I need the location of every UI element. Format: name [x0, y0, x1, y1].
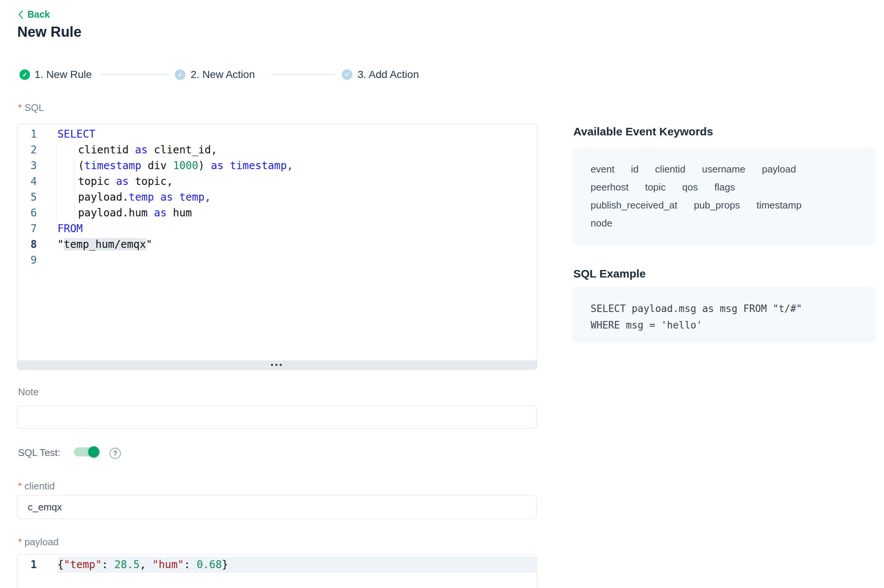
keywords-row: node: [591, 214, 858, 232]
note-input[interactable]: [17, 406, 537, 429]
sql-example-panel: SELECT payload.msg as msg FROM "t/#" WHE…: [573, 287, 876, 343]
code-line: 2clientid as client_id,: [17, 142, 537, 158]
event-keyword: qos: [682, 182, 698, 193]
code-line: 8"temp_hum/emqx": [17, 237, 537, 252]
code-line: 1{"temp": 28.5, "hum": 0.68}: [17, 557, 537, 573]
stepper-connector: [271, 74, 336, 75]
event-keyword: topic: [645, 182, 666, 193]
stepper-connector: [101, 74, 170, 75]
required-mark: *: [18, 536, 22, 548]
line-number: 9: [17, 252, 37, 268]
sql-label: * SQL: [18, 102, 44, 113]
event-keyword: clientid: [655, 164, 686, 175]
sql-example-title: SQL Example: [573, 267, 646, 280]
event-keyword: id: [631, 164, 639, 175]
code-line: 5payload.temp as temp,: [17, 189, 537, 205]
code-line: 1SELECT: [17, 126, 537, 142]
line-number: 8: [17, 237, 37, 252]
sql-code-editor[interactable]: 1SELECT2clientid as client_id,3(timestam…: [17, 124, 537, 370]
event-keyword: flags: [714, 182, 735, 193]
event-keyword: username: [702, 164, 746, 175]
back-chevron-icon: [18, 10, 24, 20]
keywords-row: eventidclientidusernamepayload: [591, 160, 858, 178]
sql-example-line: WHERE msg = 'hello': [591, 317, 858, 333]
note-label: Note: [18, 386, 39, 398]
line-number: 5: [17, 189, 37, 205]
line-number: 3: [17, 158, 37, 174]
editor-resize-handle[interactable]: •••: [17, 360, 537, 369]
help-icon[interactable]: ?: [110, 448, 121, 459]
required-mark: *: [18, 102, 22, 113]
drag-dots-icon: •••: [271, 363, 284, 367]
stepper-item-new-action[interactable]: 2. New Action: [191, 67, 255, 82]
line-number: 1: [17, 126, 37, 142]
event-keyword: event: [591, 164, 615, 175]
step3-check-icon: ✓: [342, 69, 352, 80]
clientid-input[interactable]: [17, 495, 537, 519]
stepper-item-new-rule[interactable]: 1. New Rule: [35, 67, 92, 82]
line-number: 2: [17, 142, 37, 158]
keywords-panel-title: Available Event Keywords: [573, 125, 713, 138]
event-keyword: peerhost: [591, 182, 628, 193]
keywords-row: publish_received_atpub_propstimestamp: [591, 196, 858, 214]
toggle-knob: [88, 446, 99, 458]
line-number: 4: [17, 174, 37, 189]
line-number: 6: [17, 205, 37, 221]
page-title: New Rule: [17, 24, 81, 40]
step1-check-icon: ✓: [20, 69, 30, 80]
clientid-label: * clientid: [18, 480, 55, 492]
sql-test-toggle[interactable]: [74, 447, 99, 456]
keywords-row: peerhosttopicqosflags: [591, 178, 858, 196]
payload-label: * payload: [18, 536, 59, 548]
sql-example-line: SELECT payload.msg as msg FROM "t/#": [591, 300, 858, 317]
stepper-item-add-action[interactable]: 3. Add Action: [358, 67, 419, 82]
line-number: 7: [17, 221, 37, 237]
code-line: 7FROM: [17, 221, 537, 237]
stepper: ✓ 1. New Rule ✓ 2. New Action ✓ 3. Add A…: [0, 67, 488, 82]
code-line: 9: [17, 252, 537, 268]
code-line: 4topic as topic,: [17, 174, 537, 189]
keywords-panel: eventidclientidusernamepayload peerhostt…: [573, 147, 876, 245]
line-number: 1: [17, 557, 37, 573]
code-line: 3(timestamp div 1000) as timestamp,: [17, 158, 537, 174]
event-keyword: timestamp: [756, 200, 801, 211]
event-keyword: node: [591, 218, 612, 229]
event-keyword: pub_props: [694, 200, 740, 211]
payload-code-editor[interactable]: 1{"temp": 28.5, "hum": 0.68}: [17, 554, 537, 588]
event-keyword: payload: [762, 164, 796, 175]
back-link[interactable]: Back: [18, 9, 50, 20]
step2-check-icon: ✓: [175, 69, 185, 80]
required-mark: *: [18, 480, 22, 492]
new-rule-page: Back New Rule ✓ 1. New Rule ✓ 2. New Act…: [0, 0, 884, 588]
event-keyword: publish_received_at: [591, 200, 677, 211]
back-label: Back: [27, 9, 50, 20]
code-line: 6payload.hum as hum: [17, 205, 537, 221]
sql-test-label: SQL Test:: [18, 447, 60, 459]
